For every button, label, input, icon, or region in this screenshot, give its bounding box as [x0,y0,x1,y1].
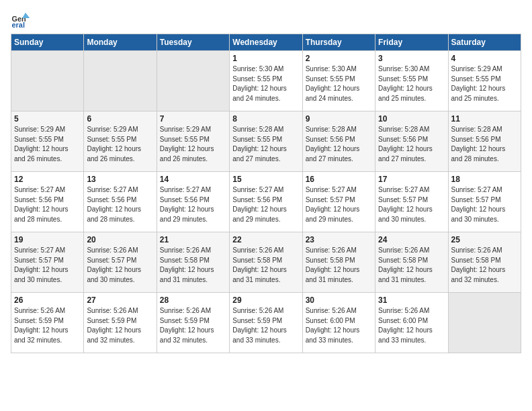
calendar-cell: 2Sunrise: 5:30 AMSunset: 5:55 PMDaylight… [302,51,375,111]
day-number: 17 [378,175,445,184]
day-info: Sunrise: 5:26 AMSunset: 5:58 PMDaylight:… [451,246,518,285]
day-info: Sunrise: 5:26 AMSunset: 5:59 PMDaylight:… [14,306,81,345]
day-number: 7 [160,114,226,124]
weekday-header-row: SundayMondayTuesdayWednesdayThursdayFrid… [11,34,521,51]
day-info: Sunrise: 5:29 AMSunset: 5:55 PMDaylight:… [160,125,226,164]
day-info: Sunrise: 5:26 AMSunset: 5:58 PMDaylight:… [306,246,372,285]
day-info: Sunrise: 5:26 AMSunset: 5:59 PMDaylight:… [160,306,226,345]
calendar-week-row: 1Sunrise: 5:30 AMSunset: 5:55 PMDaylight… [11,51,521,111]
calendar-cell: 21Sunrise: 5:26 AMSunset: 5:58 PMDayligh… [157,232,229,293]
calendar-cell: 28Sunrise: 5:26 AMSunset: 5:59 PMDayligh… [157,293,229,353]
calendar-cell: 7Sunrise: 5:29 AMSunset: 5:55 PMDaylight… [157,111,229,172]
day-number: 16 [306,175,372,184]
day-number: 18 [451,175,518,184]
day-number: 4 [451,54,518,63]
calendar-cell: 4Sunrise: 5:29 AMSunset: 5:55 PMDaylight… [448,51,521,111]
calendar-week-row: 12Sunrise: 5:27 AMSunset: 5:56 PMDayligh… [11,172,521,232]
day-info: Sunrise: 5:30 AMSunset: 5:55 PMDaylight:… [306,64,372,103]
day-number: 27 [87,295,153,305]
day-info: Sunrise: 5:26 AMSunset: 6:00 PMDaylight:… [306,306,372,345]
calendar-cell: 29Sunrise: 5:26 AMSunset: 5:59 PMDayligh… [230,293,302,353]
day-info: Sunrise: 5:30 AMSunset: 5:55 PMDaylight:… [378,64,445,103]
day-info: Sunrise: 5:26 AMSunset: 5:59 PMDaylight:… [232,306,299,345]
day-info: Sunrise: 5:26 AMSunset: 5:58 PMDaylight:… [378,246,445,285]
calendar-cell: 25Sunrise: 5:26 AMSunset: 5:58 PMDayligh… [448,232,521,293]
day-info: Sunrise: 5:30 AMSunset: 5:55 PMDaylight:… [232,64,299,103]
calendar-cell: 11Sunrise: 5:28 AMSunset: 5:56 PMDayligh… [448,111,521,172]
day-number: 23 [306,235,372,244]
day-info: Sunrise: 5:27 AMSunset: 5:57 PMDaylight:… [378,185,445,224]
calendar-week-row: 26Sunrise: 5:26 AMSunset: 5:59 PMDayligh… [11,293,521,353]
calendar-cell [84,51,157,111]
svg-text:eral: eral [12,21,25,29]
calendar-cell: 20Sunrise: 5:26 AMSunset: 5:57 PMDayligh… [84,232,157,293]
calendar-cell: 8Sunrise: 5:28 AMSunset: 5:55 PMDaylight… [230,111,302,172]
calendar-cell: 9Sunrise: 5:28 AMSunset: 5:56 PMDaylight… [302,111,375,172]
day-number: 19 [14,235,81,244]
day-info: Sunrise: 5:27 AMSunset: 5:57 PMDaylight:… [14,246,81,285]
calendar-cell: 14Sunrise: 5:27 AMSunset: 5:56 PMDayligh… [157,172,229,232]
calendar-cell: 6Sunrise: 5:29 AMSunset: 5:55 PMDaylight… [84,111,157,172]
day-info: Sunrise: 5:27 AMSunset: 5:56 PMDaylight:… [14,185,81,224]
calendar-cell: 30Sunrise: 5:26 AMSunset: 6:00 PMDayligh… [302,293,375,353]
weekday-header-thursday: Thursday [302,34,375,51]
calendar-cell [11,51,84,111]
calendar-cell: 12Sunrise: 5:27 AMSunset: 5:56 PMDayligh… [11,172,84,232]
day-number: 1 [232,54,299,63]
day-number: 2 [306,54,372,63]
day-info: Sunrise: 5:27 AMSunset: 5:56 PMDaylight:… [87,185,153,224]
day-info: Sunrise: 5:27 AMSunset: 5:57 PMDaylight:… [451,185,518,224]
weekday-header-friday: Friday [375,34,448,51]
day-number: 21 [160,235,226,244]
day-info: Sunrise: 5:27 AMSunset: 5:57 PMDaylight:… [306,185,372,224]
day-info: Sunrise: 5:28 AMSunset: 5:56 PMDaylight:… [378,125,445,164]
calendar-cell: 23Sunrise: 5:26 AMSunset: 5:58 PMDayligh… [302,232,375,293]
calendar-cell: 15Sunrise: 5:27 AMSunset: 5:56 PMDayligh… [230,172,302,232]
calendar-cell: 31Sunrise: 5:26 AMSunset: 6:00 PMDayligh… [375,293,448,353]
day-number: 24 [378,235,445,244]
day-number: 3 [378,54,445,63]
day-info: Sunrise: 5:29 AMSunset: 5:55 PMDaylight:… [451,64,518,103]
calendar-cell: 22Sunrise: 5:26 AMSunset: 5:58 PMDayligh… [230,232,302,293]
day-number: 10 [378,114,445,124]
day-info: Sunrise: 5:29 AMSunset: 5:55 PMDaylight:… [14,125,81,164]
calendar-table: SundayMondayTuesdayWednesdayThursdayFrid… [11,34,521,353]
day-info: Sunrise: 5:27 AMSunset: 5:56 PMDaylight:… [232,185,299,224]
calendar-cell: 18Sunrise: 5:27 AMSunset: 5:57 PMDayligh… [448,172,521,232]
day-number: 6 [87,114,153,124]
day-number: 15 [232,175,299,184]
weekday-header-monday: Monday [84,34,157,51]
calendar-cell: 3Sunrise: 5:30 AMSunset: 5:55 PMDaylight… [375,51,448,111]
calendar-cell: 5Sunrise: 5:29 AMSunset: 5:55 PMDaylight… [11,111,84,172]
day-info: Sunrise: 5:27 AMSunset: 5:56 PMDaylight:… [160,185,226,224]
calendar-cell: 17Sunrise: 5:27 AMSunset: 5:57 PMDayligh… [375,172,448,232]
day-info: Sunrise: 5:28 AMSunset: 5:56 PMDaylight:… [451,125,518,164]
weekday-header-tuesday: Tuesday [157,34,229,51]
day-number: 8 [232,114,299,124]
day-number: 5 [14,114,81,124]
day-number: 30 [306,295,372,305]
day-number: 12 [14,175,81,184]
day-info: Sunrise: 5:26 AMSunset: 6:00 PMDaylight:… [378,306,445,345]
calendar-cell: 26Sunrise: 5:26 AMSunset: 5:59 PMDayligh… [11,293,84,353]
header: Gen eral [11,11,521,30]
day-number: 20 [87,235,153,244]
day-info: Sunrise: 5:28 AMSunset: 5:56 PMDaylight:… [306,125,372,164]
day-info: Sunrise: 5:26 AMSunset: 5:59 PMDaylight:… [87,306,153,345]
calendar-week-row: 5Sunrise: 5:29 AMSunset: 5:55 PMDaylight… [11,111,521,172]
day-info: Sunrise: 5:28 AMSunset: 5:55 PMDaylight:… [232,125,299,164]
calendar-cell: 24Sunrise: 5:26 AMSunset: 5:58 PMDayligh… [375,232,448,293]
calendar-cell: 10Sunrise: 5:28 AMSunset: 5:56 PMDayligh… [375,111,448,172]
calendar-cell: 27Sunrise: 5:26 AMSunset: 5:59 PMDayligh… [84,293,157,353]
day-number: 22 [232,235,299,244]
calendar-cell: 13Sunrise: 5:27 AMSunset: 5:56 PMDayligh… [84,172,157,232]
logo: Gen eral [11,11,32,30]
calendar-cell: 1Sunrise: 5:30 AMSunset: 5:55 PMDaylight… [230,51,302,111]
day-number: 14 [160,175,226,184]
calendar-cell [157,51,229,111]
day-number: 29 [232,295,299,305]
weekday-header-saturday: Saturday [448,34,521,51]
day-number: 13 [87,175,153,184]
day-number: 26 [14,295,81,305]
weekday-header-sunday: Sunday [11,34,84,51]
